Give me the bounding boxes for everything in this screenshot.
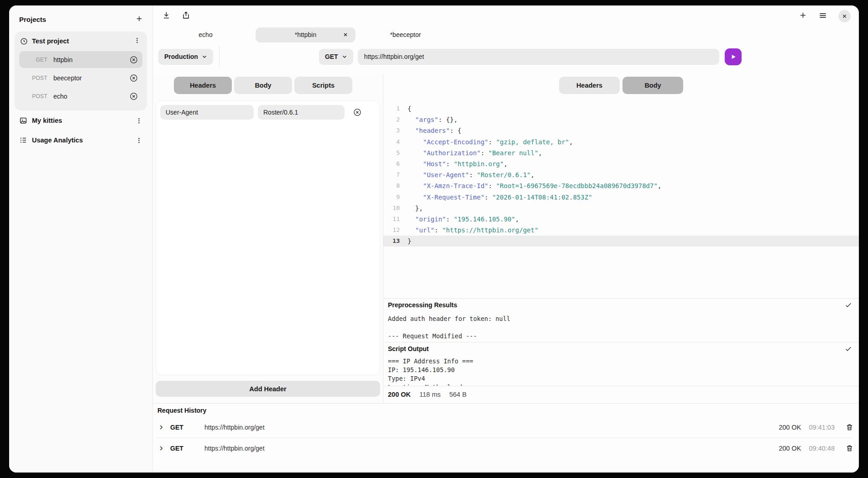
sidebar-section-label: Usage Analytics bbox=[32, 137, 131, 144]
history-url: https://httpbin.org/get bbox=[204, 445, 779, 452]
sidebar-item-httpbin[interactable]: GEThttpbin bbox=[19, 51, 142, 68]
check-icon bbox=[845, 345, 852, 352]
code-line: 9 "X-Request-Time": "2026-01-14T08:41:02… bbox=[383, 192, 859, 203]
sidebar-item-echo[interactable]: POSTecho bbox=[19, 88, 142, 105]
kebab-icon bbox=[136, 117, 142, 124]
delete-history-button[interactable] bbox=[846, 423, 853, 431]
sidebar-sections: My kittiesUsage Analytics bbox=[15, 110, 147, 150]
remove-header-button[interactable] bbox=[353, 108, 361, 116]
script-output-section-header: Script Output bbox=[383, 342, 859, 355]
remove-request-button[interactable] bbox=[130, 56, 138, 64]
history-row[interactable]: GEThttps://httpbin.org/get200 OK09:41:03 bbox=[157, 417, 853, 437]
section-menu-button[interactable] bbox=[136, 117, 142, 124]
code-line: 10 }, bbox=[383, 203, 859, 214]
request-name: beeceptor bbox=[53, 74, 130, 82]
tab-httpbin[interactable]: *httpbin bbox=[256, 27, 356, 42]
chevron-right-icon[interactable] bbox=[158, 424, 164, 431]
response-tab-headers[interactable]: Headers bbox=[559, 77, 620, 94]
status-size: 564 B bbox=[449, 391, 466, 398]
line-number: 3 bbox=[383, 125, 400, 136]
request-history: Request History GEThttps://httpbin.org/g… bbox=[153, 403, 859, 473]
new-tab-button[interactable] bbox=[799, 11, 807, 21]
delete-history-button[interactable] bbox=[846, 444, 853, 452]
top-toolbar bbox=[153, 5, 859, 26]
check-icon bbox=[845, 301, 852, 309]
response-panel: HeadersBody 1{2 "args": {},3 "headers": … bbox=[383, 74, 859, 403]
project-name[interactable]: Test project bbox=[32, 37, 130, 45]
sidebar-item-beeceptor[interactable]: POSTbeeceptor bbox=[19, 69, 142, 86]
kebab-icon bbox=[134, 37, 141, 45]
method-label: GET bbox=[325, 53, 338, 60]
content-area: HeadersBodyScripts Add Header HeadersBod… bbox=[153, 74, 859, 403]
close-window-button[interactable] bbox=[838, 10, 851, 22]
code-line: 1{ bbox=[383, 103, 859, 114]
share-button[interactable] bbox=[182, 11, 190, 21]
send-request-button[interactable] bbox=[725, 48, 742, 65]
tab-label: *beeceptor bbox=[390, 31, 421, 38]
response-body-viewer[interactable]: 1{2 "args": {},3 "headers": {4 "Accept-E… bbox=[383, 101, 859, 298]
header-row bbox=[160, 105, 376, 120]
preprocessing-title: Preprocessing Results bbox=[388, 301, 457, 309]
code-text: "Authorization": "Bearer null", bbox=[400, 147, 542, 158]
status-code: 200 OK bbox=[388, 391, 411, 398]
remove-circle-icon bbox=[130, 56, 138, 64]
code-text: "origin": "195.146.105.90", bbox=[400, 214, 519, 225]
code-line: 6 "Host": "httpbin.org", bbox=[383, 158, 859, 169]
url-input[interactable] bbox=[358, 49, 719, 65]
line-number: 5 bbox=[383, 147, 400, 158]
project-card: Test project GEThttpbinPOSTbeeceptorPOST… bbox=[15, 32, 147, 110]
chevron-down-icon bbox=[202, 54, 207, 59]
play-icon bbox=[729, 53, 737, 61]
tab-echo[interactable]: echo bbox=[156, 27, 256, 42]
add-project-button[interactable] bbox=[135, 15, 143, 24]
project-menu-button[interactable] bbox=[134, 37, 141, 45]
code-text: "X-Request-Time": "2026-01-14T08:41:02.8… bbox=[400, 192, 592, 203]
sidebar-section-usage-analytics[interactable]: Usage Analytics bbox=[15, 130, 147, 150]
tab-beeceptor[interactable]: *beeceptor bbox=[356, 27, 455, 42]
download-icon bbox=[162, 11, 171, 21]
history-row[interactable]: GEThttps://httpbin.org/get200 OK09:40:48 bbox=[157, 437, 853, 458]
request-name: httpbin bbox=[53, 56, 130, 63]
request-tab-headers[interactable]: Headers bbox=[174, 77, 232, 94]
project-items: GEThttpbinPOSTbeeceptorPOSTecho bbox=[19, 51, 142, 105]
header-value-input[interactable] bbox=[258, 105, 345, 120]
request-history-title: Request History bbox=[157, 407, 853, 417]
divider bbox=[219, 46, 220, 67]
close-tab-icon[interactable] bbox=[343, 32, 348, 39]
method-select[interactable]: GET bbox=[319, 49, 353, 65]
section-menu-button[interactable] bbox=[136, 137, 142, 144]
remove-request-button[interactable] bbox=[130, 74, 138, 82]
request-tab-body[interactable]: Body bbox=[234, 77, 292, 94]
request-tab-scripts[interactable]: Scripts bbox=[294, 77, 352, 94]
sidebar: Projects Test project GEThttpbinPOSTb bbox=[9, 5, 153, 473]
download-button[interactable] bbox=[162, 11, 171, 21]
remove-request-button[interactable] bbox=[130, 92, 138, 100]
code-line: 2 "args": {}, bbox=[383, 114, 859, 125]
plus-icon bbox=[135, 15, 143, 24]
preprocessing-output: Added auth header for token: null --- Re… bbox=[383, 311, 859, 342]
environment-label: Production bbox=[164, 53, 198, 60]
history-method: GET bbox=[170, 424, 190, 431]
line-number: 9 bbox=[383, 192, 400, 203]
chevron-right-icon[interactable] bbox=[158, 445, 164, 452]
add-header-button[interactable]: Add Header bbox=[156, 381, 380, 397]
code-line: 4 "Accept-Encoding": "gzip, deflate, br"… bbox=[383, 137, 859, 147]
menu-button[interactable] bbox=[818, 11, 827, 21]
sidebar-section-my-kitties[interactable]: My kitties bbox=[15, 110, 147, 130]
code-line: 12 "url": "https://httpbin.org/get" bbox=[383, 225, 859, 236]
line-number: 10 bbox=[383, 203, 400, 214]
history-rows: GEThttps://httpbin.org/get200 OK09:41:03… bbox=[157, 417, 853, 458]
chevron-down-icon bbox=[342, 54, 347, 59]
share-icon bbox=[182, 11, 190, 21]
close-icon bbox=[842, 13, 847, 19]
code-text: { bbox=[400, 103, 411, 114]
response-tab-body[interactable]: Body bbox=[622, 77, 683, 94]
history-time: 09:40:48 bbox=[809, 445, 835, 452]
header-key-input[interactable] bbox=[160, 105, 254, 120]
environment-select[interactable]: Production bbox=[158, 49, 213, 65]
line-number: 6 bbox=[383, 158, 400, 169]
request-bar: Production GET bbox=[153, 43, 859, 74]
method-badge: POST bbox=[22, 93, 47, 100]
response-panel-tabs: HeadersBody bbox=[383, 74, 859, 101]
remove-circle-icon bbox=[130, 74, 138, 82]
